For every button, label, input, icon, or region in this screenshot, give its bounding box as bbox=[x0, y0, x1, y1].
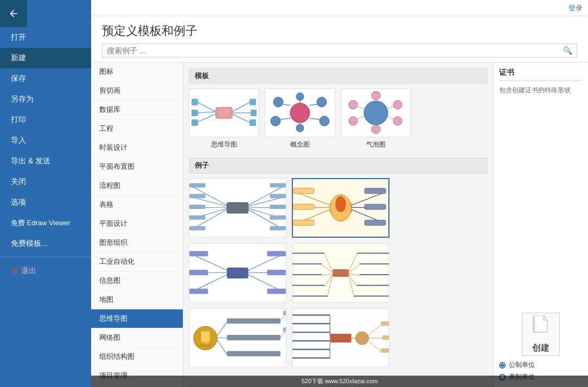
category-item-4[interactable]: 时装设计 bbox=[91, 138, 183, 157]
example-4-svg bbox=[292, 243, 389, 303]
svg-rect-74 bbox=[365, 220, 386, 225]
example-6[interactable] bbox=[292, 308, 389, 368]
svg-rect-48 bbox=[189, 215, 206, 220]
svg-rect-47 bbox=[189, 205, 206, 209]
search-icon[interactable]: 🔍 bbox=[563, 46, 572, 55]
svg-line-15 bbox=[282, 104, 290, 105]
svg-rect-10 bbox=[251, 110, 257, 116]
category-item-14[interactable]: 网络图 bbox=[91, 328, 183, 347]
category-item-3[interactable]: 工程 bbox=[91, 119, 183, 138]
template-mind-map-img[interactable] bbox=[189, 88, 259, 137]
file-icon bbox=[532, 315, 549, 340]
category-item-1[interactable]: 剪切画 bbox=[91, 81, 183, 100]
sidebar-item-save-as[interactable]: 另存为 bbox=[0, 89, 91, 110]
create-label: 创建 bbox=[532, 342, 549, 354]
example-3-img[interactable] bbox=[189, 243, 286, 303]
category-item-13[interactable]: 思维导图 bbox=[91, 309, 183, 328]
create-button[interactable]: 创建 bbox=[522, 313, 560, 356]
example-4-img[interactable] bbox=[292, 243, 389, 303]
example-6-img[interactable] bbox=[292, 308, 389, 368]
svg-point-35 bbox=[372, 91, 380, 100]
mind-map-svg bbox=[191, 91, 257, 135]
svg-line-136 bbox=[368, 341, 381, 352]
svg-line-134 bbox=[368, 325, 381, 335]
sidebar-item-save[interactable]: 保存 bbox=[0, 68, 91, 89]
sidebar-item-close[interactable]: 关闭 bbox=[0, 172, 91, 192]
category-item-6[interactable]: 流程图 bbox=[91, 176, 183, 195]
file-svg bbox=[532, 315, 549, 336]
svg-rect-59 bbox=[270, 226, 286, 231]
template-concept-map[interactable]: 概念图 bbox=[265, 88, 335, 149]
category-item-9[interactable]: 图形组织 bbox=[91, 233, 183, 252]
category-item-8[interactable]: 平面设计 bbox=[91, 214, 183, 233]
svg-point-24 bbox=[296, 124, 304, 132]
svg-point-18 bbox=[271, 116, 280, 126]
sidebar-item-viewer[interactable]: 免费 Edraw Viewer bbox=[0, 213, 91, 233]
sidebar-item-open[interactable]: 打开 bbox=[0, 27, 91, 48]
svg-point-27 bbox=[349, 100, 357, 109]
svg-line-7 bbox=[232, 102, 250, 112]
category-item-11[interactable]: 信息图 bbox=[91, 271, 183, 290]
svg-point-31 bbox=[393, 100, 402, 109]
example-2[interactable] bbox=[292, 178, 389, 238]
right-panel: 证书 包含创建证书的特殊形状 创建 公制单 bbox=[493, 62, 588, 387]
main-content: 登录 预定义模板和例子 🔍 图标 剪切画 数据库 工程 时装设计 平面布置图 流… bbox=[91, 0, 588, 387]
svg-rect-110 bbox=[201, 331, 210, 342]
example-3-svg bbox=[189, 243, 286, 303]
svg-rect-4 bbox=[191, 110, 198, 116]
back-button[interactable] bbox=[0, 0, 27, 27]
svg-line-114 bbox=[217, 338, 227, 338]
sidebar-item-new[interactable]: 新建 bbox=[0, 48, 91, 68]
svg-line-17 bbox=[310, 104, 318, 105]
example-5[interactable] bbox=[189, 308, 286, 368]
template-bubble-label: 气泡图 bbox=[341, 140, 411, 149]
svg-rect-139 bbox=[381, 348, 389, 353]
category-item-7[interactable]: 表格 bbox=[91, 195, 183, 214]
sidebar-item-import[interactable]: 导入 bbox=[0, 130, 91, 151]
radio-metric[interactable] bbox=[499, 362, 506, 369]
template-concept-map-img[interactable] bbox=[265, 88, 335, 137]
category-item-2[interactable]: 数据库 bbox=[91, 100, 183, 119]
unit-option-metric[interactable]: 公制单位 bbox=[499, 360, 583, 370]
sidebar-item-free-templates[interactable]: 免费模板... bbox=[0, 233, 91, 254]
svg-line-89 bbox=[324, 254, 333, 271]
sidebar-item-options[interactable]: 选项 bbox=[0, 192, 91, 213]
example-3[interactable] bbox=[189, 243, 286, 303]
right-panel-desc: 包含创建证书的特殊形状 bbox=[499, 85, 583, 95]
example-2-img[interactable] bbox=[292, 178, 389, 238]
example-4[interactable] bbox=[292, 243, 389, 303]
example-1-img[interactable] bbox=[189, 178, 286, 238]
svg-line-3 bbox=[196, 112, 216, 113]
examples-row-1 bbox=[189, 178, 488, 238]
svg-line-34 bbox=[388, 116, 394, 119]
example-5-img[interactable] bbox=[189, 308, 286, 368]
watermark: 520下载 www.520xIazai.com bbox=[91, 376, 588, 387]
sidebar-item-export[interactable]: 导出 & 发送 bbox=[0, 151, 91, 172]
category-item-0[interactable]: 图标 bbox=[91, 62, 183, 81]
content-area: 图标 剪切画 数据库 工程 时装设计 平面布置图 流程图 表格 平面设计 图形组… bbox=[91, 62, 588, 387]
template-mind-map[interactable]: 思维导图 bbox=[189, 88, 259, 149]
top-bar: 登录 bbox=[91, 0, 588, 16]
right-panel-title: 证书 bbox=[499, 68, 583, 81]
category-item-5[interactable]: 平面布置图 bbox=[91, 157, 183, 176]
example-1[interactable] bbox=[189, 178, 286, 238]
svg-point-26 bbox=[364, 101, 388, 125]
exit-icon: ⊖ bbox=[11, 265, 18, 276]
category-item-10[interactable]: 工业自动化 bbox=[91, 252, 183, 271]
category-item-15[interactable]: 组织结构图 bbox=[91, 347, 183, 366]
template-bubble-img[interactable] bbox=[341, 88, 411, 137]
svg-rect-117 bbox=[227, 335, 280, 340]
template-bubble[interactable]: 气泡图 bbox=[341, 88, 411, 149]
divider bbox=[0, 257, 91, 257]
svg-rect-112 bbox=[200, 345, 211, 347]
svg-rect-72 bbox=[365, 204, 386, 210]
sidebar-item-exit[interactable]: ⊖ 退出 bbox=[0, 260, 91, 281]
svg-rect-118 bbox=[227, 351, 280, 357]
login-link[interactable]: 登录 bbox=[568, 3, 583, 13]
svg-rect-81 bbox=[189, 289, 208, 294]
svg-rect-123 bbox=[330, 334, 351, 342]
svg-rect-68 bbox=[293, 220, 314, 225]
sidebar-item-print[interactable]: 打印 bbox=[0, 110, 91, 130]
search-input[interactable] bbox=[107, 46, 563, 55]
category-item-12[interactable]: 地图 bbox=[91, 290, 183, 309]
